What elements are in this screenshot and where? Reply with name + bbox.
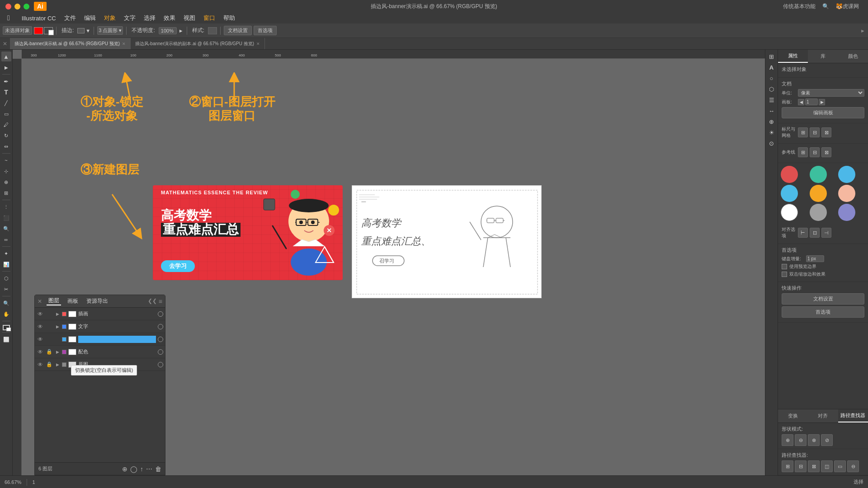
canvas-area[interactable]: 300 1200 1100 100 200 300 400 500 600 ①对… — [13, 50, 765, 475]
layer-lock-editing[interactable] — [46, 336, 53, 343]
rp-icon-hex[interactable]: ⬡ — [767, 84, 777, 94]
swatch-orange[interactable] — [810, 185, 827, 202]
preferences-btn[interactable]: 首选项 — [254, 26, 277, 35]
align-left-icon[interactable]: ⊢ — [798, 228, 808, 238]
search-icon[interactable]: 🔍 — [822, 3, 829, 9]
layer-lock-illustration[interactable] — [46, 310, 53, 318]
layer-item-editing[interactable]: 👁 — [35, 333, 165, 346]
tool-select[interactable]: ▲ — [1, 52, 11, 61]
unit-select[interactable]: 像素 — [798, 89, 864, 97]
rp-tab-color[interactable]: 颜色 — [838, 50, 868, 63]
use-preview-bounds-checkbox[interactable] — [782, 264, 787, 269]
zoom-level[interactable]: 66.67% — [5, 479, 21, 485]
layer-circle-colors[interactable] — [158, 349, 163, 355]
pathfinder-unite[interactable]: ⊕ — [782, 434, 793, 446]
ruler-grid-icon-3[interactable]: ⊠ — [821, 127, 831, 137]
rp-tab-pathfinder[interactable]: 路径查找器 — [838, 409, 868, 422]
swatch-light-blue[interactable] — [838, 166, 855, 183]
guide-icon-3[interactable]: ⊠ — [821, 147, 831, 157]
layer-options-btn[interactable]: ⋯ — [146, 465, 152, 473]
rp-tab-library[interactable]: 库 — [808, 50, 838, 63]
tab-0-close[interactable]: ✕ — [122, 42, 126, 46]
rp-icon-type[interactable]: A — [767, 62, 777, 72]
rp-tab-properties[interactable]: 属性 — [778, 50, 808, 63]
layer-visibility-text[interactable]: 👁 — [37, 323, 44, 330]
pathfinder-divide[interactable]: ⊞ — [782, 460, 793, 472]
fullscreen-button[interactable] — [24, 4, 29, 9]
tool-direct-select[interactable]: ▶ — [1, 62, 11, 72]
layer-expand-original[interactable]: ▶ — [55, 362, 60, 367]
guide-icon-2[interactable]: ⊟ — [810, 147, 820, 157]
pathfinder-crop[interactable]: ◫ — [821, 460, 833, 472]
doc-settings-btn[interactable]: 文档设置 — [224, 26, 252, 35]
tool-artboard[interactable]: ⬡ — [1, 273, 11, 283]
ruler-grid-icon-1[interactable]: ⊞ — [798, 127, 808, 137]
menu-view[interactable]: 视图 — [180, 13, 199, 23]
close-button[interactable] — [5, 4, 11, 9]
swatch-cyan[interactable] — [781, 185, 798, 202]
tab-1-close[interactable]: ✕ — [256, 42, 260, 46]
delete-layer-btn[interactable]: 🗑 — [155, 465, 161, 473]
menu-help[interactable]: 帮助 — [220, 13, 239, 23]
tool-pen[interactable]: ✒ — [1, 76, 11, 86]
rp-icon-target[interactable]: ⊙ — [767, 138, 777, 148]
template-value[interactable]: 1 — [805, 99, 818, 105]
layers-tab[interactable]: 图层 — [47, 297, 61, 305]
pathfinder-trim[interactable]: ⊟ — [795, 460, 807, 472]
swatch-purple[interactable] — [838, 204, 855, 221]
panel-collapse-btn[interactable]: ❮❮ — [148, 298, 157, 305]
tool-paint[interactable]: 🖊 — [1, 120, 11, 130]
quick-doc-settings-btn[interactable]: 文档设置 — [782, 293, 864, 305]
tool-eyedropper[interactable]: 🔍 — [1, 224, 11, 234]
new-sublayer-btn[interactable]: ◯ — [130, 465, 137, 473]
tool-line[interactable]: ╱ — [1, 98, 11, 108]
new-layer-btn[interactable]: ⊕ — [122, 465, 127, 473]
tool-blend[interactable]: ∞ — [1, 235, 11, 244]
layer-visibility-editing[interactable]: 👁 — [37, 336, 44, 343]
rp-icon-properties[interactable]: ⊞ — [767, 52, 777, 61]
canvas-content[interactable]: ①对象-锁定 -所选对象 ②窗口-图层打开 图层窗口 ③新建图层 — [22, 59, 765, 475]
ruler-grid-icon-2[interactable]: ⊟ — [810, 127, 820, 137]
stroke-style-select[interactable]: 3 点圆形 ▾ — [97, 26, 123, 35]
layer-circle-illustration[interactable] — [158, 311, 163, 317]
swatch-teal[interactable] — [810, 166, 827, 183]
layer-item-text[interactable]: 👁 ▶ 文字 — [35, 320, 165, 333]
layer-visibility-colors[interactable]: 👁 — [37, 348, 44, 356]
pathfinder-outline[interactable]: ▭ — [834, 460, 846, 472]
panel-close-btn[interactable]: ✕ — [38, 298, 42, 305]
opacity-value[interactable]: 100% — [159, 27, 177, 34]
tool-gradient[interactable]: ⬛ — [1, 213, 11, 223]
rp-tab-align[interactable]: 对齐 — [808, 409, 838, 422]
workspace-selector[interactable]: 传统基本功能 — [783, 3, 816, 10]
keyboard-increment-value[interactable]: 1 px — [806, 255, 824, 262]
rp-icon-plus-circle[interactable]: ⊕ — [767, 117, 777, 127]
panel-options-btn[interactable]: ≡ — [159, 298, 162, 305]
tool-free-transform[interactable]: ⊹ — [1, 166, 11, 176]
tool-rect[interactable]: ▭ — [1, 109, 11, 119]
layer-expand-colors[interactable]: ▶ — [55, 349, 60, 355]
tool-type[interactable]: T — [1, 87, 11, 97]
layer-lock-colors[interactable]: 🔒 — [46, 348, 53, 356]
layer-expand-text[interactable]: ▶ — [55, 324, 60, 329]
tab-1[interactable]: 插边风-banner演示稿的副本.ai @ 66.67% (RGB/GPU 推览… — [131, 38, 265, 49]
artboards-tab[interactable]: 画板 — [66, 297, 80, 305]
scale-stroke-checkbox[interactable] — [782, 272, 787, 277]
pathfinder-exclude[interactable]: ⊘ — [821, 434, 833, 446]
layer-circle-original[interactable] — [158, 362, 163, 367]
tab-close-all[interactable]: ✕ — [3, 41, 7, 47]
move-layer-btn[interactable]: ↑ — [140, 465, 143, 473]
rp-icon-sun[interactable]: ☀ — [767, 127, 777, 137]
menu-effect[interactable]: 效果 — [160, 13, 179, 23]
layer-circle-text[interactable] — [158, 324, 163, 329]
layer-item-illustration[interactable]: 👁 ▶ 插画 — [35, 308, 165, 320]
rp-tab-transform[interactable]: 变换 — [778, 409, 808, 422]
rp-icon-list[interactable]: ☰ — [767, 95, 777, 105]
align-right-icon[interactable]: ⊣ — [821, 228, 831, 238]
layer-lock-original[interactable]: 🔒 — [46, 361, 53, 368]
pathfinder-minus-back[interactable]: ⊖ — [847, 460, 859, 472]
layer-lock-text[interactable] — [46, 323, 53, 330]
tool-change-screen[interactable]: ⬜ — [1, 334, 11, 344]
swatch-gray[interactable] — [810, 204, 827, 221]
asset-export-tab[interactable]: 资源导出 — [85, 297, 110, 305]
quick-preferences-btn[interactable]: 首选项 — [782, 306, 864, 318]
